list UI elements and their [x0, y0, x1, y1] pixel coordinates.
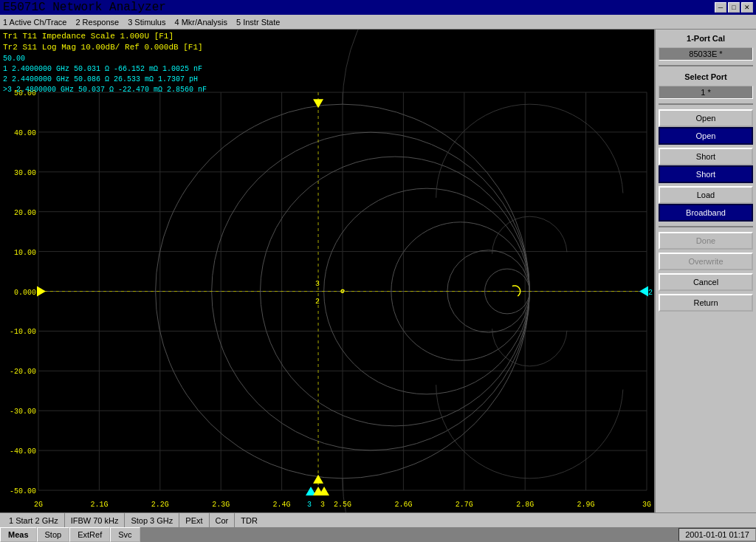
return-button[interactable]: Return [659, 294, 753, 312]
menu-mkr-analysis[interactable]: 4 Mkr/Analysis [174, 18, 227, 27]
load-label-btn[interactable]: Load [659, 186, 753, 204]
short-group: Short Short [659, 148, 753, 183]
status-pext: PExt [179, 513, 209, 527]
titlebar-buttons: ─ □ ✕ [715, 2, 753, 13]
chart-canvas [0, 30, 654, 512]
cal-label: 1-Port Cal [659, 32, 753, 44]
chart-area: Tr1 T11 Impedance Scale 1.000U [F1] Tr2 … [0, 30, 654, 512]
tab-svc[interactable]: Svc [110, 527, 140, 542]
menu-active-ch[interactable]: 1 Active Ch/Trace [3, 18, 66, 27]
divider-2 [659, 103, 753, 105]
minimize-button[interactable]: ─ [715, 2, 726, 13]
load-value-btn[interactable]: Broadband [659, 204, 753, 222]
status-cor: Cor [210, 513, 236, 527]
trace-tr2-label: Tr2 S11 Log Mag 10.00dB/ Ref 0.000dB [F1… [3, 42, 207, 53]
short-label-btn[interactable]: Short [659, 148, 753, 165]
open-value-btn[interactable]: Open [659, 127, 753, 145]
marker-3: >3 2.4800000 GHz 50.037 Ω -22.470 mΩ 2.8… [3, 85, 207, 95]
trace-info: Tr1 T11 Impedance Scale 1.000U [F1] Tr2 … [3, 31, 207, 95]
menu-response[interactable]: 2 Response [75, 18, 119, 27]
divider-1 [659, 65, 753, 66]
main-area: Tr1 T11 Impedance Scale 1.000U [F1] Tr2 … [0, 30, 756, 512]
tabbar: Meas Stop ExtRef Svc 2001-01-01 01:17 [0, 527, 756, 542]
menu-stimulus[interactable]: 3 Stimulus [128, 18, 165, 27]
short-value-btn[interactable]: Short [659, 165, 753, 183]
done-button: Done [659, 232, 753, 250]
right-panel: 1-Port Cal 85033E * Select Port 1 * Open… [654, 30, 756, 512]
open-group: Open Open [659, 109, 753, 145]
cal-value: 85033E * [659, 47, 753, 61]
maximize-button[interactable]: □ [728, 2, 740, 13]
marker-header: 50.00 [3, 54, 207, 64]
status-tdr: TDR [235, 513, 264, 527]
load-group: Load Broadband [659, 186, 753, 222]
trace-tr1-label: Tr1 T11 Impedance Scale 1.000U [F1] [3, 31, 207, 42]
tab-meas[interactable]: Meas [0, 527, 37, 542]
tab-extref[interactable]: ExtRef [69, 527, 110, 542]
titlebar-title: E5071C Network Analyzer [3, 1, 166, 14]
marker-2: 2 2.4400000 GHz 50.086 Ω 26.533 mΩ 1.730… [3, 75, 207, 85]
status-stop: Stop 3 GHz [125, 513, 179, 527]
open-label-btn[interactable]: Open [659, 109, 753, 127]
select-port-value: 1 * [659, 86, 753, 99]
statusbar: 1 Start 2 GHz IFBW 70 kHz Stop 3 GHz PEx… [0, 512, 756, 527]
close-button[interactable]: ✕ [741, 2, 753, 13]
marker-1: 1 2.4000000 GHz 50.031 Ω -66.152 mΩ 1.00… [3, 64, 207, 75]
menubar: 1 Active Ch/Trace 2 Response 3 Stimulus … [0, 15, 756, 30]
divider-3 [659, 226, 753, 227]
menu-instr-state[interactable]: 5 Instr State [236, 18, 280, 27]
overwrite-button: Overwrite [659, 253, 753, 270]
status-ifbw: IFBW 70 kHz [65, 513, 126, 527]
titlebar: E5071C Network Analyzer ─ □ ✕ [0, 0, 756, 15]
tab-datetime: 2001-01-01 01:17 [678, 528, 756, 541]
select-port-label: Select Port [659, 71, 753, 83]
cancel-button[interactable]: Cancel [659, 273, 753, 291]
tab-stop[interactable]: Stop [37, 527, 70, 542]
status-start: 1 Start 2 GHz [3, 513, 65, 527]
